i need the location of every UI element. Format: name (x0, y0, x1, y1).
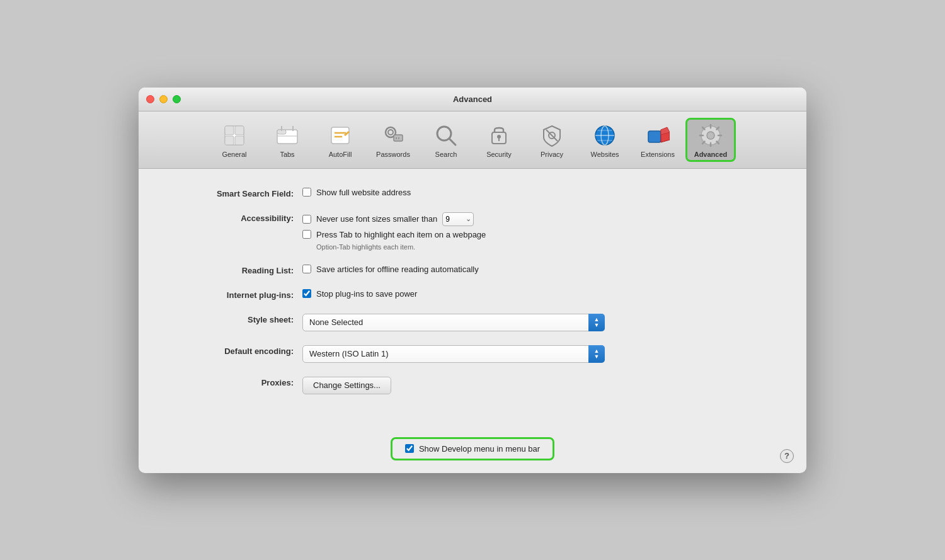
tab-privacy[interactable]: Privacy (527, 118, 577, 162)
develop-menu-row: Show Develop menu in menu bar (391, 437, 554, 460)
save-articles-text: Save articles for offline reading automa… (316, 265, 479, 274)
minimize-button[interactable] (159, 95, 168, 103)
svg-line-41 (717, 127, 719, 130)
tab-autofill[interactable]: AutoFill (315, 118, 365, 162)
toolbar: General Tabs (139, 111, 806, 169)
svg-rect-15 (394, 135, 403, 141)
stop-plugins-checkbox[interactable] (302, 289, 311, 298)
passwords-icon (379, 122, 407, 149)
internet-plugins-row: Internet plug-ins: Stop plug-ins to save… (176, 289, 769, 300)
save-articles-row: Save articles for offline reading automa… (302, 265, 479, 274)
security-label: Security (486, 151, 512, 158)
tabs-label: Tabs (280, 151, 294, 158)
proxies-label: Proxies: (176, 377, 302, 387)
accessibility-hint: Option-Tab highlights each item. (316, 243, 486, 251)
tabs-icon (273, 122, 301, 149)
tab-search[interactable]: Search (421, 118, 471, 162)
search-icon (432, 122, 460, 149)
press-tab-text: Press Tab to highlight each item on a we… (316, 230, 486, 239)
tab-security[interactable]: Security (474, 118, 524, 162)
tab-websites[interactable]: Websites (580, 118, 630, 162)
svg-point-14 (388, 130, 393, 135)
general-icon (220, 122, 248, 149)
safari-preferences-window: Advanced General (139, 88, 806, 473)
internet-plugins-controls: Stop plug-ins to save power (302, 289, 417, 299)
help-button[interactable]: ? (780, 449, 794, 463)
search-label: Search (435, 151, 457, 158)
style-sheet-dropdown-wrapper: None Selected Other... ▲ ▼ (302, 314, 605, 331)
develop-menu-text: Show Develop menu in menu bar (419, 444, 540, 454)
general-label: General (222, 151, 246, 158)
style-sheet-select[interactable]: None Selected Other... (302, 314, 605, 331)
svg-point-21 (497, 135, 501, 139)
extensions-label: Extensions (641, 151, 675, 158)
tab-general[interactable]: General (209, 118, 260, 162)
never-font-size-checkbox[interactable] (302, 215, 311, 224)
reading-list-label: Reading List: (176, 265, 302, 275)
svg-line-19 (449, 139, 455, 145)
bottom-section: Show Develop menu in menu bar ? (139, 427, 806, 473)
show-full-address-checkbox[interactable] (302, 188, 311, 197)
smart-search-controls: Show full website address (302, 188, 411, 197)
font-size-row: Never use font sizes smaller than 9 (302, 212, 486, 226)
font-size-select-wrapper: 9 (442, 212, 474, 226)
save-articles-checkbox[interactable] (302, 265, 311, 273)
extensions-icon (644, 122, 672, 149)
default-encoding-row: Default encoding: Western (ISO Latin 1) … (176, 345, 769, 363)
autofill-icon (326, 122, 354, 149)
internet-plugins-label: Internet plug-ins: (176, 289, 302, 300)
smart-search-row: Smart Search Field: Show full website ad… (176, 188, 769, 198)
smart-search-label: Smart Search Field: (176, 188, 302, 198)
svg-line-39 (702, 127, 705, 130)
maximize-button[interactable] (173, 95, 181, 103)
default-encoding-select[interactable]: Western (ISO Latin 1) Unicode (UTF-8) (302, 345, 605, 363)
passwords-label: Passwords (376, 151, 410, 158)
window-title: Advanced (453, 94, 492, 104)
style-sheet-controls: None Selected Other... ▲ ▼ (302, 314, 605, 331)
tab-extensions[interactable]: Extensions (633, 118, 683, 162)
style-sheet-row: Style sheet: None Selected Other... ▲ ▼ (176, 314, 769, 331)
press-tab-checkbox[interactable] (302, 230, 311, 239)
settings-content: Smart Search Field: Show full website ad… (139, 169, 806, 427)
style-sheet-label: Style sheet: (176, 314, 302, 324)
stop-plugins-row: Stop plug-ins to save power (302, 289, 417, 299)
default-encoding-controls: Western (ISO Latin 1) Unicode (UTF-8) ▲ … (302, 345, 605, 363)
develop-menu-checkbox[interactable] (405, 444, 414, 453)
svg-line-42 (702, 141, 705, 144)
websites-label: Websites (590, 151, 619, 158)
svg-rect-10 (331, 127, 349, 144)
press-tab-row: Press Tab to highlight each item on a we… (302, 230, 486, 239)
show-full-address-row: Show full website address (302, 188, 411, 197)
stop-plugins-text: Stop plug-ins to save power (316, 289, 417, 299)
tab-tabs[interactable]: Tabs (262, 118, 312, 162)
privacy-icon (538, 122, 566, 149)
default-encoding-label: Default encoding: (176, 345, 302, 356)
show-full-address-text: Show full website address (316, 188, 411, 197)
close-button[interactable] (146, 95, 154, 103)
window-controls (146, 95, 181, 103)
change-settings-button[interactable]: Change Settings... (302, 377, 391, 394)
font-size-select[interactable]: 9 (442, 212, 474, 226)
svg-rect-4 (235, 136, 244, 145)
autofill-label: AutoFill (329, 151, 352, 158)
svg-line-40 (717, 141, 719, 144)
default-encoding-dropdown-wrapper: Western (ISO Latin 1) Unicode (UTF-8) ▲ … (302, 345, 605, 363)
proxies-controls: Change Settings... (302, 377, 391, 394)
privacy-label: Privacy (541, 151, 563, 158)
tab-advanced[interactable]: Advanced (685, 118, 736, 162)
never-font-size-text: Never use font sizes smaller than (316, 214, 437, 224)
proxies-row: Proxies: Change Settings... (176, 377, 769, 394)
advanced-icon (697, 122, 724, 149)
tab-passwords[interactable]: Passwords (368, 118, 418, 162)
reading-list-controls: Save articles for offline reading automa… (302, 265, 479, 274)
security-icon (485, 122, 513, 149)
svg-rect-2 (225, 136, 234, 145)
svg-rect-30 (648, 131, 661, 142)
svg-rect-3 (235, 126, 244, 135)
accessibility-row: Accessibility: Never use font sizes smal… (176, 212, 769, 251)
advanced-label: Advanced (694, 151, 728, 158)
reading-list-row: Reading List: Save articles for offline … (176, 265, 769, 275)
websites-icon (591, 122, 619, 149)
svg-rect-1 (225, 126, 234, 135)
svg-point-34 (707, 132, 714, 139)
